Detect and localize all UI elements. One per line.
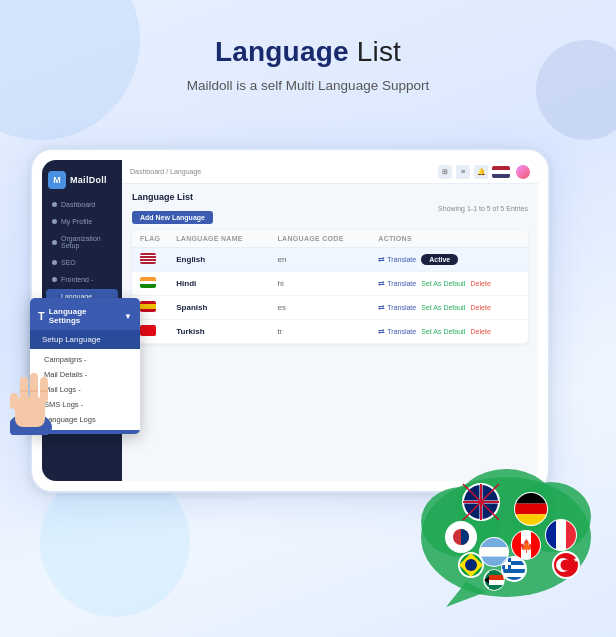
dropdown-header[interactable]: T Language Settings ▼: [30, 302, 140, 330]
breadcrumb: Dashboard / Language: [130, 168, 201, 175]
translate-button-spanish[interactable]: ⇄ Translate: [378, 303, 416, 312]
delete-button-spanish[interactable]: Delete: [471, 304, 491, 311]
svg-point-50: [561, 560, 572, 571]
language-name-turkish: Turkish: [168, 320, 269, 344]
action-cell-hindi: ⇄ Translate Set As Default Delete: [378, 279, 520, 288]
sidebar-logo: M MailDoll: [42, 166, 122, 196]
flags-cloud-svg: 🍁 ★: [406, 437, 606, 617]
flags-cloud: 🍁 ★: [406, 437, 606, 617]
flag-us-icon: [140, 253, 156, 264]
avatar[interactable]: [516, 165, 530, 179]
translate-icon: ⇄: [378, 279, 385, 288]
set-default-button-turkish[interactable]: Set As Default: [421, 328, 465, 335]
hand-pointer-icon: [10, 355, 70, 435]
actions-turkish: ⇄ Translate Set As Default Delete: [370, 320, 528, 344]
table-row: English en ⇄ Translate: [132, 248, 528, 272]
table-header-row: FLAG LANGUAGE NAME LANGUAGE CODE ACTIONS: [132, 230, 528, 248]
svg-rect-45: [480, 547, 508, 556]
action-cell-spanish: ⇄ Translate Set As Default Delete: [378, 303, 520, 312]
translate-icon: ⇄: [378, 303, 385, 312]
svg-rect-71: [489, 580, 504, 585]
flag-in-cell: [132, 272, 168, 296]
bg-decoration-1: [0, 0, 140, 140]
content-title: Language List Add New Language: [132, 192, 213, 224]
translate-button-english[interactable]: ⇄ Translate: [378, 255, 416, 264]
svg-rect-4: [40, 377, 48, 403]
col-language-code: LANGUAGE CODE: [270, 230, 371, 248]
dropdown-item-setup[interactable]: Setup Language: [30, 330, 140, 349]
language-code-english: en: [270, 248, 371, 272]
delete-button-hindi[interactable]: Delete: [471, 280, 491, 287]
translate-icon: ⇄: [378, 255, 385, 264]
t-icon: T: [38, 310, 45, 322]
set-default-button-spanish[interactable]: Set As Default: [421, 304, 465, 311]
actions-hindi: ⇄ Translate Set As Default Delete: [370, 272, 528, 296]
flag-tr-icon: [140, 325, 156, 336]
translate-icon: ⇄: [378, 327, 385, 336]
actions-english: ⇄ Translate Active: [370, 248, 528, 272]
translate-button-hindi[interactable]: ⇄ Translate: [378, 279, 416, 288]
grid-icon[interactable]: ⊞: [438, 165, 452, 179]
seo-icon: [52, 260, 57, 265]
language-code-spanish: es: [270, 296, 371, 320]
language-code-hindi: hi: [270, 272, 371, 296]
col-flag: FLAG: [132, 230, 168, 248]
frontend-icon: [52, 277, 57, 282]
table-row: Hindi hi ⇄ Translate: [132, 272, 528, 296]
dashboard-icon: [52, 202, 57, 207]
logo-icon: M: [48, 171, 66, 189]
svg-point-63: [465, 559, 477, 571]
svg-text:🍁: 🍁: [519, 538, 534, 553]
svg-rect-30: [556, 520, 566, 550]
language-table-inner: FLAG LANGUAGE NAME LANGUAGE CODE ACTIONS: [132, 230, 528, 344]
language-name-hindi: Hindi: [168, 272, 269, 296]
sidebar-item-profile[interactable]: My Profile: [46, 214, 118, 229]
showing-text: Showing 1-1 to 5 of 5 Entries: [438, 205, 528, 212]
topbar: Dashboard / Language ⊞ ≡ 🔔: [122, 160, 538, 184]
language-name-spanish: Spanish: [168, 296, 269, 320]
content-header: Language List Add New Language Showing 1…: [132, 192, 528, 224]
sidebar-item-org[interactable]: Organization Setup: [46, 231, 118, 253]
svg-rect-3: [30, 373, 38, 403]
language-flag[interactable]: [492, 166, 510, 178]
svg-rect-1: [15, 397, 45, 427]
actions-spanish: ⇄ Translate Set As Default Delete: [370, 296, 528, 320]
bell-icon[interactable]: 🔔: [474, 165, 488, 179]
svg-rect-25: [515, 504, 547, 515]
svg-rect-2: [20, 377, 28, 403]
add-new-language-button[interactable]: Add New Language: [132, 211, 213, 224]
active-badge: Active: [421, 254, 458, 265]
logo-text: MailDoll: [70, 175, 107, 185]
set-default-button-hindi[interactable]: Set As Default: [421, 280, 465, 287]
action-cell-english: ⇄ Translate Active: [378, 254, 520, 265]
org-icon: [52, 240, 57, 245]
language-code-turkish: tr: [270, 320, 371, 344]
language-name-english: English: [168, 248, 269, 272]
table-row: Spanish es ⇄ Translate: [132, 296, 528, 320]
svg-rect-70: [489, 575, 504, 580]
topbar-actions: ⊞ ≡ 🔔: [438, 165, 530, 179]
language-table: FLAG LANGUAGE NAME LANGUAGE CODE ACTIONS: [132, 230, 528, 344]
flag-es-icon: [140, 301, 156, 312]
svg-rect-5: [10, 393, 18, 409]
flag-us-cell: [132, 248, 168, 272]
col-language-name: LANGUAGE NAME: [168, 230, 269, 248]
table-row: Turkish tr ⇄ Translate: [132, 320, 528, 344]
sidebar-item-frontend[interactable]: Frontend -: [46, 272, 118, 287]
action-cell-turkish: ⇄ Translate Set As Default Delete: [378, 327, 520, 336]
translate-button-turkish[interactable]: ⇄ Translate: [378, 327, 416, 336]
main-content: Dashboard / Language ⊞ ≡ 🔔 Language List…: [122, 160, 538, 481]
sidebar-item-dashboard[interactable]: Dashboard: [46, 197, 118, 212]
flag-in-icon: [140, 277, 156, 288]
chevron-down-icon: ▼: [124, 312, 132, 321]
profile-icon: [52, 219, 57, 224]
svg-rect-56: [502, 573, 526, 577]
sidebar-item-seo[interactable]: SEO: [46, 255, 118, 270]
list-icon[interactable]: ≡: [456, 165, 470, 179]
col-actions: ACTIONS: [370, 230, 528, 248]
delete-button-turkish[interactable]: Delete: [471, 328, 491, 335]
